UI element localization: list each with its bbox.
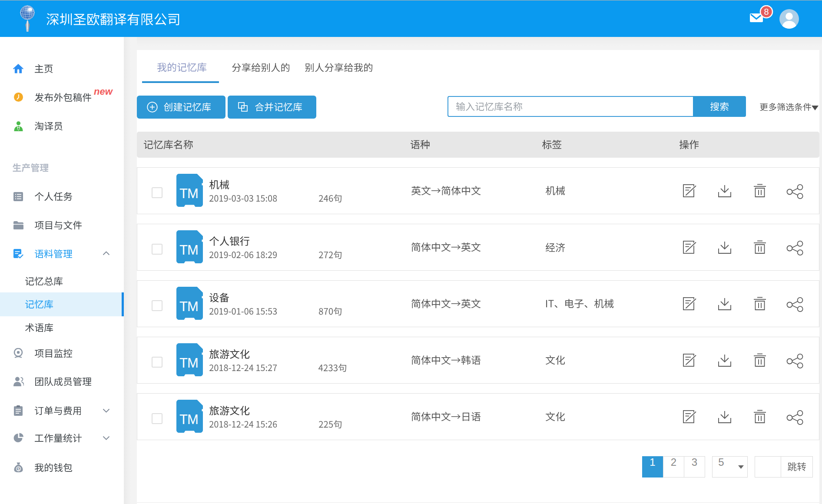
- svg-text:$: $: [17, 467, 20, 471]
- svg-text:8: 8: [764, 7, 769, 17]
- svg-text:TM: TM: [179, 412, 198, 427]
- svg-text:TM: TM: [179, 355, 198, 371]
- svg-text:TM: TM: [179, 186, 198, 201]
- svg-text:TM: TM: [179, 242, 198, 258]
- svg-text:TM: TM: [179, 299, 198, 314]
